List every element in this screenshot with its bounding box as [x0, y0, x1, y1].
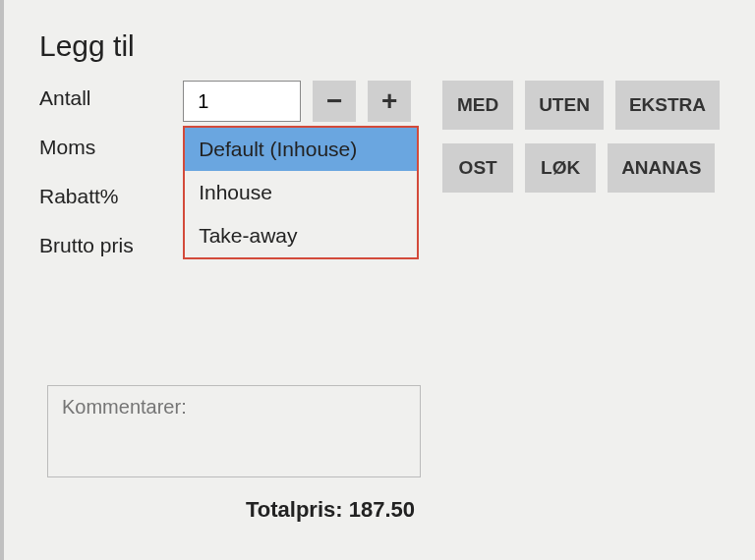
modifier-ananas[interactable]: ANANAS: [608, 143, 715, 193]
vat-option-inhouse[interactable]: Inhouse: [185, 171, 417, 214]
vat-option-takeaway[interactable]: Take-away: [185, 214, 417, 257]
label-quantity: Antall: [39, 86, 151, 110]
comments-input[interactable]: [47, 385, 421, 477]
vat-option-default[interactable]: Default (Inhouse): [185, 128, 417, 171]
modifier-ekstra[interactable]: EKSTRA: [615, 81, 720, 130]
label-discount: Rabatt%: [39, 185, 151, 208]
label-vat: Moms: [39, 136, 151, 159]
vat-dropdown[interactable]: Default (Inhouse) Inhouse Take-away: [183, 126, 419, 259]
quantity-row: − +: [183, 81, 411, 122]
modifier-lok[interactable]: LØK: [525, 143, 596, 193]
total-value: 187.50: [349, 497, 415, 522]
decrement-button[interactable]: −: [313, 81, 356, 122]
modifier-uten[interactable]: UTEN: [525, 81, 604, 130]
modifiers-column: MED UTEN EKSTRA OST LØK ANANAS: [442, 81, 720, 193]
modifier-ost[interactable]: OST: [442, 143, 513, 193]
page-title: Legg til: [39, 29, 720, 63]
inputs-column: − + Default (Inhouse) Inhouse Take-away: [183, 81, 411, 122]
modifiers-row-2: OST LØK ANANAS: [442, 143, 720, 193]
label-gross-price: Brutto pris: [39, 234, 151, 257]
minus-icon: −: [326, 85, 342, 117]
total-row: Totalpris: 187.50: [39, 497, 720, 523]
form-area: Antall Moms Rabatt% Brutto pris − + Defa…: [39, 81, 720, 257]
quantity-input[interactable]: [183, 81, 301, 122]
labels-column: Antall Moms Rabatt% Brutto pris: [39, 81, 151, 257]
total-label: Totalpris:: [246, 497, 349, 522]
modifier-med[interactable]: MED: [442, 81, 513, 130]
modifiers-row-1: MED UTEN EKSTRA: [442, 81, 720, 130]
plus-icon: +: [381, 85, 397, 117]
increment-button[interactable]: +: [368, 81, 411, 122]
